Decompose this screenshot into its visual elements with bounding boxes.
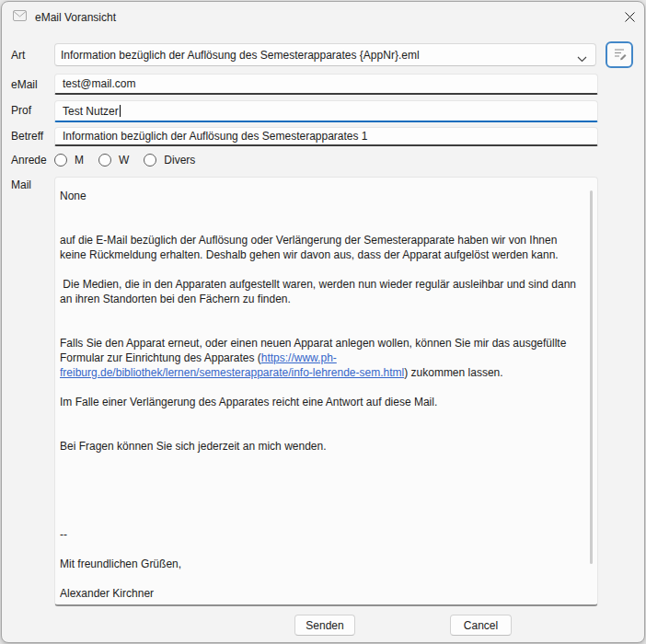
radio-icon (54, 154, 67, 167)
radio-label: Divers (164, 154, 195, 167)
anrede-label: Anrede (11, 153, 47, 167)
mail-body-run: Im Falle einer Verlängerung des Apparate… (60, 396, 437, 408)
radio-label: M (75, 154, 84, 167)
mail-body-run: -- (60, 528, 67, 541)
betreff-label: Betreff (11, 129, 43, 144)
mail-body-run: Alexander Kirchner (60, 587, 154, 600)
prof-field-value: Test Nutzer (63, 105, 119, 118)
title-bar: eMail Voransicht (2, 2, 644, 31)
email-field-value: test@mail.com (63, 77, 136, 90)
mail-body-run: auf die E-Mail bezüglich der Auflösung o… (60, 234, 560, 261)
scrollbar-thumb[interactable] (590, 190, 593, 564)
close-button[interactable] (619, 6, 640, 27)
radio-option-w[interactable]: W (98, 154, 129, 167)
window-title: eMail Voransicht (35, 11, 116, 24)
email-label: eMail (11, 77, 38, 92)
art-label: Art (11, 48, 25, 63)
radio-icon (98, 154, 111, 167)
radio-label: W (119, 154, 129, 167)
prof-field[interactable]: Test Nutzer (54, 100, 598, 122)
edit-template-button[interactable] (606, 41, 633, 68)
mail-body-run: Die Medien, die in den Apparaten aufgest… (60, 278, 579, 305)
mail-body-run: Bei Fragen können Sie sich jederzeit an … (60, 440, 327, 453)
mail-label: Mail (11, 178, 31, 192)
radio-icon (144, 154, 156, 167)
mail-body-area[interactable]: None auf die E-Mail bezüglich der Auflös… (54, 177, 598, 606)
edit-list-icon (612, 46, 628, 63)
email-preview-dialog: eMail Voransicht Art Information bezügli… (1, 1, 645, 643)
betreff-field[interactable]: Information bezüglich der Auflösung des … (54, 127, 598, 146)
betreff-field-value: Information bezüglich der Auflösung des … (63, 130, 368, 143)
mail-body-text: None auf die E-Mail bezüglich der Auflös… (60, 189, 584, 603)
mail-body-run: None (60, 190, 87, 202)
art-template-dropdown[interactable]: Information bezüglich der Auflösung des … (54, 43, 596, 66)
radio-option-divers[interactable]: Divers (144, 154, 195, 167)
send-button[interactable]: Senden (294, 615, 355, 636)
radio-option-m[interactable]: M (54, 154, 84, 167)
email-field[interactable]: test@mail.com (54, 74, 598, 95)
prof-label: Prof (11, 103, 31, 118)
email-icon (13, 10, 27, 24)
cancel-button[interactable]: Cancel (450, 615, 512, 636)
mail-body-run: ) zukommen lassen. (404, 366, 502, 379)
mail-body-run: Mit freundlichen Grüßen, (60, 558, 181, 570)
chevron-down-icon (577, 52, 587, 65)
text-caret (120, 105, 121, 117)
anrede-radio-group: M W Divers (54, 152, 195, 168)
art-selected-value: Information bezüglich der Auflösung des … (61, 49, 420, 62)
